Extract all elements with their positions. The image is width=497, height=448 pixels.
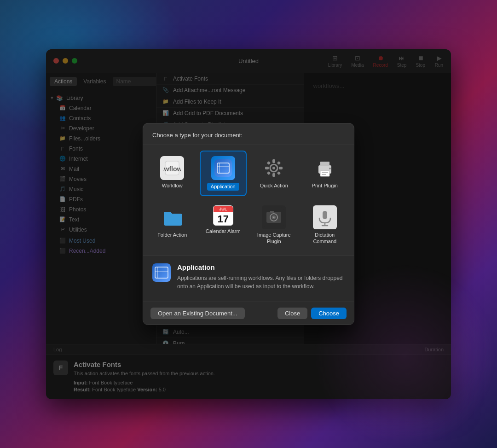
image-capture-icon — [262, 205, 286, 229]
image-capture-label: Image Capture Plugin — [254, 232, 294, 244]
choose-button[interactable]: Choose — [311, 308, 347, 319]
open-existing-button[interactable]: Open an Existing Document... — [150, 308, 245, 319]
main-window: Untitled ⊞ Library ⊡ Media ⏺ Record ⏭ St… — [46, 49, 451, 399]
folder-action-icon — [160, 205, 184, 229]
svg-rect-8 — [272, 159, 275, 163]
modal-footer-right: Close Choose — [277, 308, 347, 319]
option-image-capture[interactable]: Image Capture Plugin — [250, 200, 298, 250]
modal-footer: Open an Existing Document... Close Choos… — [143, 302, 354, 325]
calendar-alarm-icon: JUL 17 — [213, 205, 233, 226]
option-workflow[interactable]: .wflow Workflow — [149, 151, 196, 196]
workflow-icon: .wflow — [160, 156, 184, 180]
modal-title: Choose a type for your document: — [152, 132, 243, 139]
modal-description: Application Applications are self-runnin… — [143, 256, 354, 302]
modal-desc-text: Applications are self-running workflows.… — [177, 274, 345, 291]
svg-rect-15 — [277, 171, 281, 175]
dictation-label: Dictation Command — [305, 232, 345, 244]
quick-action-label: Quick Action — [260, 183, 288, 189]
option-calendar-alarm[interactable]: JUL 17 Calendar Alarm — [200, 200, 247, 250]
folder-action-label: Folder Action — [157, 232, 187, 238]
svg-rect-18 — [320, 171, 329, 176]
modal-desc-content: Application Applications are self-runnin… — [177, 263, 345, 291]
document-type-modal: Choose a type for your document: .wflow … — [143, 123, 354, 325]
modal-desc-icon — [152, 263, 171, 282]
svg-text:.wflow: .wflow — [163, 165, 181, 173]
svg-rect-27 — [270, 211, 274, 213]
modal-options-grid: .wflow Workflow — [143, 145, 354, 256]
application-icon — [211, 156, 235, 180]
option-quick-action[interactable]: Quick Action — [250, 151, 298, 196]
calendar-alarm-label: Calendar Alarm — [206, 228, 241, 234]
svg-rect-10 — [265, 167, 269, 169]
svg-rect-17 — [320, 162, 329, 166]
svg-rect-13 — [277, 161, 281, 165]
svg-rect-11 — [279, 167, 283, 169]
modal-overlay: Choose a type for your document: .wflow … — [46, 49, 451, 399]
svg-point-21 — [329, 168, 331, 169]
svg-rect-20 — [322, 174, 326, 175]
option-dictation[interactable]: Dictation Command — [301, 200, 349, 250]
dictation-icon — [313, 205, 337, 229]
svg-rect-29 — [323, 211, 327, 219]
print-plugin-label: Print Plugin — [312, 183, 338, 189]
modal-header: Choose a type for your document: — [143, 123, 354, 145]
close-button[interactable]: Close — [277, 308, 307, 319]
option-print-plugin[interactable]: Print Plugin — [301, 151, 349, 196]
svg-point-7 — [272, 167, 275, 169]
svg-rect-12 — [267, 161, 271, 165]
quick-action-icon — [262, 156, 286, 180]
svg-point-26 — [273, 217, 275, 218]
option-application[interactable]: Application — [200, 151, 247, 196]
svg-rect-19 — [322, 172, 328, 173]
application-label: Application — [207, 183, 239, 191]
svg-rect-9 — [272, 173, 275, 177]
option-folder-action[interactable]: Folder Action — [149, 200, 196, 250]
workflow-label: Workflow — [162, 183, 183, 189]
print-plugin-icon — [313, 156, 337, 180]
modal-desc-title: Application — [177, 263, 345, 271]
svg-rect-14 — [267, 171, 271, 175]
